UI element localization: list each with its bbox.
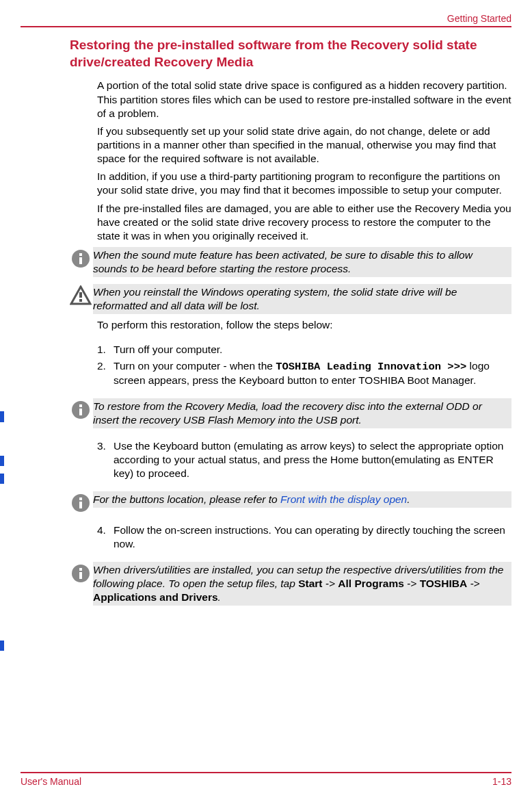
callout-text: For the buttons location, please refer t… [93,491,511,508]
list-item: 4. Follow the on-screen instructions. Yo… [97,523,511,551]
caution-callout: When you reinstall the Windows operating… [97,284,511,314]
chapter-name: Getting Started [447,13,511,24]
step-list: 4. Follow the on-screen instructions. Yo… [97,523,511,551]
bold-text: Applications and Drivers [93,591,218,603]
step-text: Follow the on-screen instructions. You c… [114,524,505,549]
svg-rect-1 [79,253,82,256]
callout-text: To restore from the Rcovery Media, load … [93,398,511,428]
info-callout: To restore from the Rcovery Media, load … [97,398,511,428]
bold-text: All Programs [338,578,403,589]
callout-text: When the sound mute feature has been act… [93,247,511,277]
intro-steps: To perform this restoration, follow the … [97,318,511,332]
step-text: Turn off your computer. [114,344,222,355]
callout-text: When drivers/utilities are installed, yo… [93,562,511,606]
step-number: 2. [97,359,106,373]
svg-rect-13 [79,568,82,571]
step-text: Use the Keyboard button (emulating as ar… [114,440,503,479]
info-callout: When the sound mute feature has been act… [97,247,511,277]
svg-rect-7 [79,404,82,407]
paragraph: If the pre-installed files are damaged, … [97,202,511,243]
revision-mark [0,411,4,422]
callout-text-post: . [218,591,221,603]
callout-text-post: . [407,493,410,505]
footer-right: 1-13 [492,776,511,787]
info-icon [68,493,93,513]
bold-text: TOSHIBA [420,578,467,589]
step-number: 3. [97,439,106,453]
svg-rect-10 [79,497,82,500]
revision-mark [0,641,4,651]
step-number: 1. [97,343,106,357]
paragraph: In addition, if you use a third-party pa… [97,170,511,197]
bold-text: Start [298,578,322,589]
page-header: Getting Started [21,12,511,27]
callout-text-pre: For the buttons location, please refer t… [93,493,280,505]
info-icon [68,248,93,269]
svg-rect-2 [79,257,82,264]
svg-rect-8 [79,409,82,415]
svg-rect-11 [79,502,82,508]
callout-text: When you reinstall the Windows operating… [93,284,511,314]
section-heading: Restoring the pre-installed software fro… [70,37,511,70]
step-number: 4. [97,523,106,537]
info-callout: When drivers/utilities are installed, yo… [97,562,511,606]
cross-reference-link[interactable]: Front with the display open [280,493,407,505]
svg-rect-4 [79,292,82,298]
footer-left: User's Manual [21,776,81,787]
info-icon [68,400,93,420]
body-text-block: A portion of the total solid state drive… [97,79,511,243]
step-list: 1. Turn off your computer. 2. Turn on yo… [97,343,511,387]
list-item: 3. Use the Keyboard button (emulating as… [97,439,511,480]
list-item: 1. Turn off your computer. [97,343,511,357]
list-item: 2. Turn on your computer - when the TOSH… [97,359,511,387]
caution-icon [68,285,93,306]
mono-text: TOSHIBA Leading Innovation >>> [276,361,466,373]
info-icon [68,563,93,584]
info-callout: For the buttons location, please refer t… [97,491,511,513]
revision-mark [0,474,4,484]
step-text-pre: Turn on your computer - when the [114,360,276,372]
sep: -> [322,578,338,589]
svg-rect-5 [79,299,82,302]
paragraph: If you subsequently set up your solid st… [97,125,511,166]
paragraph: A portion of the total solid state drive… [97,79,511,120]
svg-rect-14 [79,572,82,579]
sep: -> [404,578,420,589]
page-container: Getting Started Restoring the pre-instal… [0,0,532,802]
step-list: 3. Use the Keyboard button (emulating as… [97,439,511,480]
revision-mark [0,456,4,466]
sep: -> [467,578,480,589]
page-footer: User's Manual 1-13 [21,772,511,787]
